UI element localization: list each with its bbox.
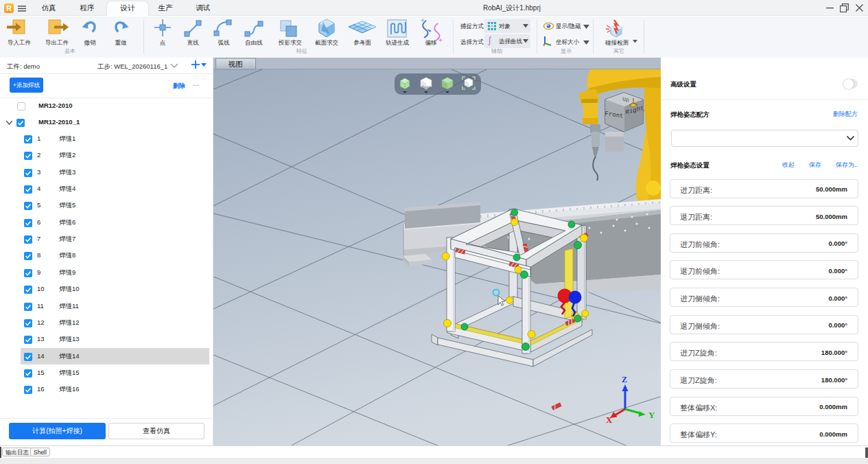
svg-text:X: X [606,415,613,425]
svg-text:Z: Z [622,375,627,384]
svg-text:Y: Y [648,410,655,420]
svg-text:视图: 视图 [228,60,243,68]
svg-text:Solid: Solid [421,85,430,89]
svg-text:Up: Up [622,96,629,103]
